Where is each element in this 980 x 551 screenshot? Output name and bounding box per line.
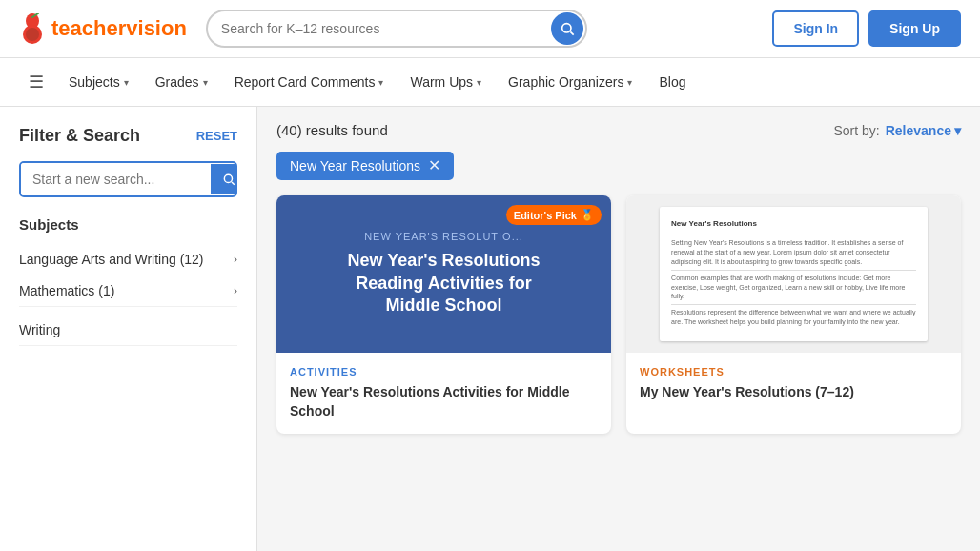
- sidebar: Filter & Search RESET Subjects Language …: [0, 107, 257, 551]
- doc-title: New Year's Resolutions: [671, 218, 916, 229]
- chevron-down-icon: ▾: [627, 77, 632, 88]
- svg-point-2: [26, 28, 39, 41]
- search-button[interactable]: [551, 12, 583, 45]
- logo-text: teachervision: [51, 16, 187, 41]
- chevron-down-icon: ▾: [477, 77, 481, 88]
- subject-label: Language Arts and Writing (12): [19, 252, 204, 267]
- search-icon: [560, 21, 575, 36]
- chevron-down-icon: ▾: [378, 77, 383, 88]
- sort-label: Sort by:: [833, 123, 879, 138]
- card-title: My New Year's Resolutions (7–12): [640, 383, 948, 402]
- signin-button[interactable]: Sign In: [772, 10, 859, 47]
- card-category: WORKSHEETS: [640, 366, 948, 378]
- medal-icon: 🏅: [581, 209, 594, 221]
- card-image: Editor's Pick 🏅 New Year's Resolutio... …: [276, 195, 611, 353]
- active-filters: New Year Resolutions ✕: [276, 152, 961, 180]
- nav-item-grades[interactable]: Grades ▾: [144, 61, 219, 103]
- chevron-right-icon: ›: [234, 253, 237, 266]
- chevron-down-icon: ▾: [203, 77, 208, 88]
- nav-item-graphic-organizers[interactable]: Graphic Organizers ▾: [497, 61, 643, 103]
- sort-value-button[interactable]: Relevance ▾: [886, 123, 961, 138]
- results-header: (40) results found Sort by: Relevance ▾: [276, 122, 961, 138]
- sidebar-search-container: [19, 161, 237, 197]
- card-category: ACTIVITIES: [290, 366, 598, 378]
- card-document-preview: New Year's Resolutions Setting New Year'…: [660, 207, 928, 341]
- card-body: WORKSHEETS My New Year's Resolutions (7–…: [626, 353, 961, 416]
- chevron-down-icon: ▾: [954, 123, 961, 138]
- sidebar-item-language-arts[interactable]: Language Arts and Writing (12) ›: [19, 244, 237, 276]
- card-new-year-activities[interactable]: Editor's Pick 🏅 New Year's Resolutio... …: [276, 195, 611, 434]
- nav-item-subjects[interactable]: Subjects ▾: [57, 61, 140, 103]
- logo[interactable]: teachervision: [19, 13, 187, 44]
- card-image-title: New Year's Resolutions Reading Activitie…: [347, 250, 540, 316]
- main-nav: ☰ Subjects ▾ Grades ▾ Report Card Commen…: [0, 58, 980, 107]
- card-title: New Year's Resolutions Activities for Mi…: [290, 383, 598, 420]
- card-my-new-year-resolutions[interactable]: New Year's Resolutions Setting New Year'…: [626, 195, 961, 434]
- svg-line-5: [570, 31, 573, 34]
- search-input[interactable]: [206, 10, 587, 48]
- editors-pick-badge: Editor's Pick 🏅: [506, 205, 602, 225]
- card-image-subtitle: New Year's Resolutio...: [347, 231, 540, 242]
- nav-item-blog[interactable]: Blog: [647, 61, 697, 103]
- card-image: New Year's Resolutions Setting New Year'…: [626, 195, 961, 353]
- signup-button[interactable]: Sign Up: [868, 10, 961, 47]
- reset-filter-button[interactable]: RESET: [196, 129, 237, 143]
- sidebar-search-input[interactable]: [21, 163, 211, 195]
- chevron-right-icon: ›: [234, 284, 237, 297]
- sidebar-title: Filter & Search: [19, 126, 140, 146]
- hamburger-menu[interactable]: ☰: [19, 58, 53, 106]
- sidebar-item-mathematics[interactable]: Mathematics (1) ›: [19, 276, 237, 307]
- subject-label: Mathematics (1): [19, 283, 114, 298]
- results-count: (40) results found: [276, 122, 388, 138]
- filter-tag-label: New Year Resolutions: [290, 158, 420, 173]
- remove-filter-button[interactable]: ✕: [428, 158, 440, 173]
- svg-point-6: [224, 174, 232, 182]
- card-inner-text: New Year's Resolutio... New Year's Resol…: [328, 212, 559, 336]
- svg-point-4: [562, 24, 571, 32]
- auth-buttons: Sign In Sign Up: [772, 10, 961, 47]
- sidebar-item-writing[interactable]: Writing: [19, 315, 237, 346]
- header: teachervision Sign In Sign Up: [0, 0, 980, 58]
- svg-line-7: [232, 182, 235, 185]
- search-icon: [222, 173, 235, 186]
- cards-grid: Editor's Pick 🏅 New Year's Resolutio... …: [276, 195, 961, 434]
- sidebar-search-button[interactable]: [211, 164, 237, 194]
- editors-pick-label: Editor's Pick: [514, 210, 577, 221]
- card-body: ACTIVITIES New Year's Resolutions Activi…: [276, 353, 611, 434]
- apple-logo-icon: [19, 13, 46, 44]
- chevron-down-icon: ▾: [124, 77, 129, 88]
- search-bar: [206, 10, 587, 48]
- nav-item-warm-ups[interactable]: Warm Ups ▾: [398, 61, 493, 103]
- content-area: (40) results found Sort by: Relevance ▾ …: [257, 107, 980, 551]
- filter-tag-new-year: New Year Resolutions ✕: [276, 152, 454, 180]
- nav-item-report-card[interactable]: Report Card Comments ▾: [223, 61, 396, 103]
- subjects-list: Language Arts and Writing (12) › Mathema…: [19, 244, 237, 307]
- subjects-heading: Subjects: [19, 216, 237, 233]
- sort-by-container: Sort by: Relevance ▾: [833, 123, 961, 138]
- main-content: Filter & Search RESET Subjects Language …: [0, 107, 980, 551]
